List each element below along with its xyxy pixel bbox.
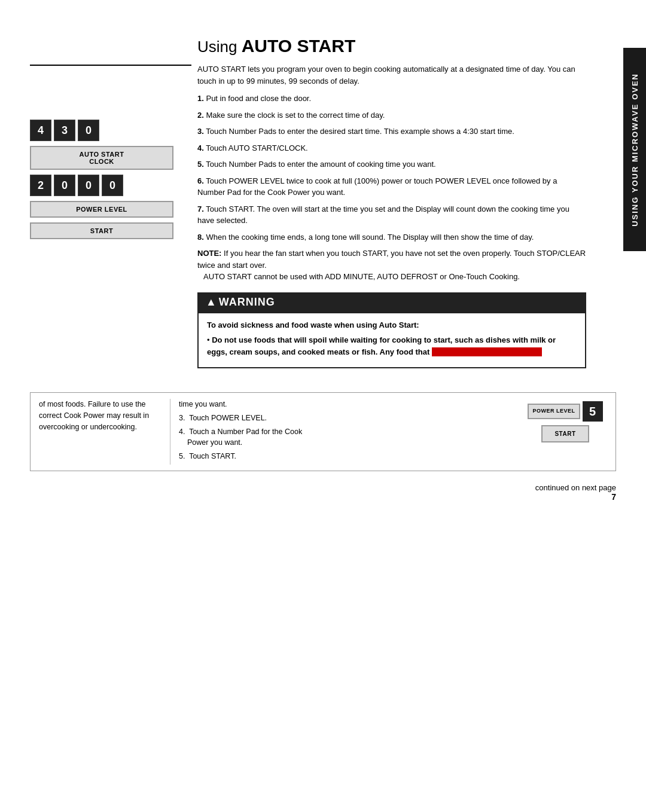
- top-line: [30, 65, 191, 66]
- step-3: 3. Touch Number Pads to enter the desire…: [197, 126, 586, 138]
- display-row-2: 2 0 0 0: [30, 175, 173, 196]
- side-tab: USING YOUR MICROWAVE OVEN: [623, 48, 646, 251]
- step-7: 7. Touch START. The oven will start at t…: [197, 203, 586, 227]
- side-tab-text: USING YOUR MICROWAVE OVEN: [630, 73, 639, 227]
- start-button[interactable]: START: [30, 222, 173, 239]
- display-cell-2: 2: [30, 175, 51, 196]
- step-8: 8. When the cooking time ends, a long to…: [197, 231, 586, 243]
- bottom-step-5: 5. Touch START.: [179, 451, 515, 462]
- bottom-step-time: time you want.: [179, 399, 515, 410]
- main-content: 4 3 0 AUTO STARTCLOCK 2 0 0 0 POWER LEVE…: [0, 0, 646, 392]
- display-cell-0d: 0: [102, 175, 123, 196]
- warning-content: To avoid sickness and food waste when us…: [197, 312, 586, 369]
- bottom-right: POWER LEVEL 5 START: [523, 399, 607, 465]
- intro-text: AUTO START lets you program your oven to…: [197, 63, 586, 87]
- title-prefix: Using: [197, 38, 242, 56]
- power-level-label: POWER LEVEL: [76, 206, 127, 213]
- page-number: 7: [611, 492, 616, 502]
- auto-start-clock-button[interactable]: AUTO STARTCLOCK: [30, 146, 173, 170]
- display-cell-0a: 0: [78, 120, 99, 141]
- left-column: 4 3 0 AUTO STARTCLOCK 2 0 0 0 POWER LEVE…: [30, 36, 185, 368]
- title-bold: AUTO START: [242, 36, 356, 56]
- bottom-power-level-num: 5: [583, 401, 603, 422]
- bottom-left-text: of most foods. Failure to use the correc…: [39, 399, 162, 432]
- bottom-start-label: START: [554, 431, 575, 437]
- continued-text: continued on next page: [535, 483, 616, 492]
- bottom-start-button[interactable]: START: [541, 425, 589, 442]
- step-2: 2. Make sure the clock is set to the cor…: [197, 109, 586, 121]
- step-4: 4. Touch AUTO START/CLOCK.: [197, 142, 586, 154]
- steps-list: 1. Put in food and close the door. 2. Ma…: [197, 93, 586, 243]
- bottom-left: of most foods. Failure to use the correc…: [39, 399, 170, 465]
- warning-box: ▲WARNING: [197, 292, 586, 312]
- bottom-step-4: 4. Touch a Number Pad for the Cook Power…: [179, 426, 515, 449]
- auto-start-clock-label: AUTO STARTCLOCK: [80, 151, 124, 165]
- bottom-power-level-button[interactable]: POWER LEVEL: [528, 404, 580, 419]
- bottom-step-3: 3. Touch POWER LEVEL.: [179, 413, 515, 424]
- step-5: 5. Touch Number Pads to enter the amount…: [197, 158, 586, 170]
- step-6: 6. Touch POWER LEVEL twice to cook at fu…: [197, 175, 586, 199]
- power-level-row: POWER LEVEL 5: [528, 401, 602, 422]
- footer: continued on next page 7: [0, 471, 646, 508]
- warning-triangle-icon: ▲: [206, 296, 217, 309]
- warning-bold-text: To avoid sickness and food waste when us…: [207, 319, 577, 331]
- page-title: Using AUTO START: [197, 36, 586, 56]
- redacted-text: has to wait for cooking is at risk.: [432, 347, 542, 356]
- bottom-steps-list: time you want. 3. Touch POWER LEVEL. 4. …: [179, 399, 515, 462]
- warning-title: WARNING: [219, 296, 275, 308]
- step-1: 1. Put in food and close the door.: [197, 93, 586, 105]
- display-cell-0c: 0: [78, 175, 99, 196]
- bottom-power-level-label: POWER LEVEL: [532, 408, 575, 414]
- note-text: NOTE: If you hear the fan start when you…: [197, 248, 586, 283]
- start-label: START: [90, 227, 113, 234]
- display-cell-0b: 0: [54, 175, 75, 196]
- warning-bullet: • Do not use foods that will spoil while…: [207, 334, 577, 358]
- display-cell-3: 3: [54, 120, 75, 141]
- page-container: USING YOUR MICROWAVE OVEN 4 3 0 AUTO STA…: [0, 0, 646, 812]
- bottom-middle: time you want. 3. Touch POWER LEVEL. 4. …: [170, 399, 523, 465]
- power-level-button[interactable]: POWER LEVEL: [30, 201, 173, 218]
- display-cell-4: 4: [30, 120, 51, 141]
- right-column: Using AUTO START AUTO START lets you pro…: [185, 36, 616, 368]
- display-row-1: 4 3 0: [30, 120, 173, 141]
- bottom-section: of most foods. Failure to use the correc…: [30, 392, 616, 471]
